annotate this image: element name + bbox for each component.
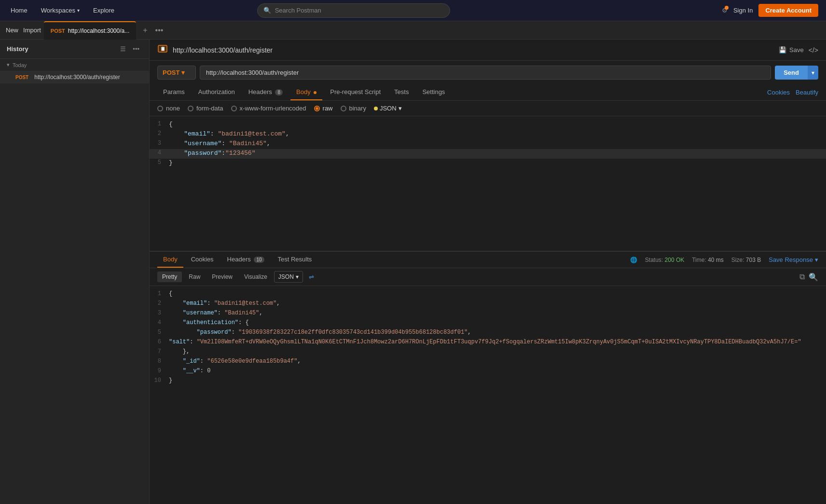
- code-view-button[interactable]: </>: [809, 46, 818, 54]
- nav-explore[interactable]: Explore: [90, 5, 117, 16]
- fmt-preview[interactable]: Preview: [207, 272, 237, 282]
- method-chevron-icon: ▾: [181, 69, 185, 76]
- response-tab-cookies[interactable]: Cookies: [185, 252, 220, 268]
- sidebar-header-actions: ☰ •••: [120, 44, 142, 54]
- search-response-button[interactable]: 🔍: [809, 272, 818, 282]
- request-body-editor[interactable]: 1 { 2 "email": "badini1@test.com", 3 "us…: [150, 116, 826, 251]
- copy-response-button[interactable]: ⧉: [799, 272, 805, 281]
- format-right-actions: ⧉ 🔍: [799, 272, 818, 282]
- new-button[interactable]: New: [4, 25, 20, 36]
- resp-line-2: 2 "email": "badini1@test.com",: [150, 300, 826, 309]
- resp-line-10: 10 }: [150, 377, 826, 386]
- globe-icon: 🌐: [630, 257, 637, 263]
- json-dot-indicator: [374, 107, 378, 110]
- request-tabs: Params Authorization Headers 8 Body Pre-…: [150, 84, 826, 101]
- tab-actions: + •••: [141, 24, 165, 37]
- status-label: Status: 200 OK: [645, 257, 684, 263]
- nav-home[interactable]: Home: [8, 5, 30, 16]
- content-area: 📋 http://localhost:3000/auth/register 💾 …: [150, 40, 826, 504]
- save-response-button[interactable]: Save Response ▾: [769, 256, 818, 263]
- add-tab-button[interactable]: +: [141, 24, 149, 37]
- method-label: POST: [163, 69, 179, 76]
- response-status-info: 🌐 Status: 200 OK Time: 40 ms Size: 703 B…: [630, 256, 818, 263]
- settings-wrap: ⚙: [722, 7, 728, 14]
- sidebar-more-icon[interactable]: •••: [130, 44, 142, 54]
- history-group-today-header[interactable]: ▾ Today: [0, 59, 149, 71]
- tab-params[interactable]: Params: [157, 84, 191, 100]
- save-response-chevron-icon: ▾: [815, 256, 818, 263]
- radio-urlencoded: [231, 106, 237, 111]
- url-input[interactable]: [200, 66, 771, 80]
- resp-line-6: 6 "salt": "Vm2lI08WmfeRT+dVRW0eOQyGhsmlL…: [150, 338, 826, 348]
- tab-tests[interactable]: Tests: [388, 84, 414, 100]
- cookies-link[interactable]: Cookies: [767, 89, 790, 96]
- radio-none: [157, 106, 163, 111]
- filter-icon[interactable]: ⇌: [309, 273, 314, 281]
- send-btn-group: Send ▾: [775, 66, 818, 80]
- tab-settings[interactable]: Settings: [416, 84, 451, 100]
- create-account-button[interactable]: Create Account: [758, 4, 818, 17]
- save-icon: 💾: [779, 46, 786, 54]
- send-dropdown-button[interactable]: ▾: [808, 66, 818, 80]
- code-line-4: 4 "password":"123456": [150, 149, 826, 159]
- request-header: 📋 http://localhost:3000/auth/register 💾 …: [150, 40, 826, 61]
- json-type-selector[interactable]: JSON ▾: [374, 105, 402, 112]
- top-nav: Home Workspaces ▾ Explore 🔍 Search Postm…: [0, 0, 826, 21]
- search-placeholder: Search Postman: [275, 7, 321, 14]
- sign-in-button[interactable]: Sign In: [733, 7, 753, 14]
- nav-left: Home Workspaces ▾ Explore: [8, 5, 117, 16]
- send-button[interactable]: Send: [775, 66, 808, 80]
- headers-count-badge: 8: [275, 89, 283, 95]
- history-item-method: POST: [14, 74, 30, 81]
- save-button[interactable]: 💾 Save: [779, 46, 804, 54]
- history-item[interactable]: POST http://localhost:3000/auth/register: [0, 71, 149, 83]
- response-format-bar: Pretty Raw Preview Visualize JSON ▾ ⇌ ⧉ …: [150, 268, 826, 286]
- fmt-visualize[interactable]: Visualize: [239, 272, 272, 282]
- request-url-display: http://localhost:3000/auth/register: [173, 46, 774, 54]
- body-urlencoded-option[interactable]: x-www-form-urlencoded: [231, 105, 306, 112]
- request-tab[interactable]: POST http://localhost:3000/a...: [44, 21, 136, 40]
- history-group-today: ▾ Today POST http://localhost:3000/auth/…: [0, 59, 149, 83]
- status-value: 200 OK: [665, 257, 685, 263]
- tab-pre-request[interactable]: Pre-request Script: [324, 84, 386, 100]
- response-tab-headers[interactable]: Headers 10: [221, 252, 270, 268]
- chevron-down-icon: ▾: [77, 8, 80, 13]
- tab-authorization[interactable]: Authorization: [193, 84, 241, 100]
- sidebar-header: History ☰ •••: [0, 40, 149, 59]
- body-form-data-option[interactable]: form-data: [188, 105, 223, 112]
- sidebar-content: ▾ Today POST http://localhost:3000/auth/…: [0, 59, 149, 504]
- time-label: Time: 40 ms: [692, 257, 724, 263]
- body-binary-option[interactable]: binary: [341, 105, 366, 112]
- filter-icon[interactable]: ☰: [120, 45, 126, 53]
- response-tab-body[interactable]: Body: [157, 252, 183, 268]
- fmt-raw[interactable]: Raw: [184, 272, 205, 282]
- url-bar: POST ▾ Send ▾: [150, 61, 826, 84]
- notification-dot: [725, 6, 729, 10]
- more-tabs-icon[interactable]: •••: [153, 24, 165, 37]
- body-none-option[interactable]: none: [157, 105, 180, 112]
- resp-line-1: 1 {: [150, 290, 826, 300]
- import-button[interactable]: Import: [21, 25, 43, 36]
- size-label: Size: 703 B: [731, 257, 761, 263]
- tab-url: http://localhost:3000/a...: [68, 27, 129, 34]
- sidebar: History ☰ ••• ▾ Today POST http://localh…: [0, 40, 150, 504]
- json-format-selector[interactable]: JSON ▾: [274, 271, 303, 283]
- response-body: 1 { 2 "email": "badini1@test.com", 3 "us…: [150, 286, 826, 504]
- size-value: 703 B: [746, 257, 761, 263]
- search-icon: 🔍: [263, 7, 271, 14]
- response-tab-test-results[interactable]: Test Results: [272, 252, 318, 268]
- tab-headers[interactable]: Headers 8: [243, 84, 289, 100]
- history-group-label: Today: [13, 62, 27, 68]
- radio-raw: [314, 106, 320, 111]
- postman-collection-icon: 📋: [157, 43, 168, 54]
- nav-workspaces[interactable]: Workspaces ▾: [38, 5, 83, 16]
- sidebar-title: History: [7, 45, 28, 53]
- search-bar[interactable]: 🔍 Search Postman: [257, 3, 450, 18]
- tab-body[interactable]: Body: [290, 84, 322, 100]
- method-select[interactable]: POST ▾: [157, 66, 196, 80]
- response-section: Body Cookies Headers 10 Test Results 🌐 S…: [150, 251, 826, 504]
- body-raw-option[interactable]: raw: [314, 105, 333, 112]
- body-options: none form-data x-www-form-urlencoded raw…: [150, 101, 826, 116]
- fmt-pretty[interactable]: Pretty: [157, 272, 182, 282]
- beautify-link[interactable]: Beautify: [796, 89, 818, 96]
